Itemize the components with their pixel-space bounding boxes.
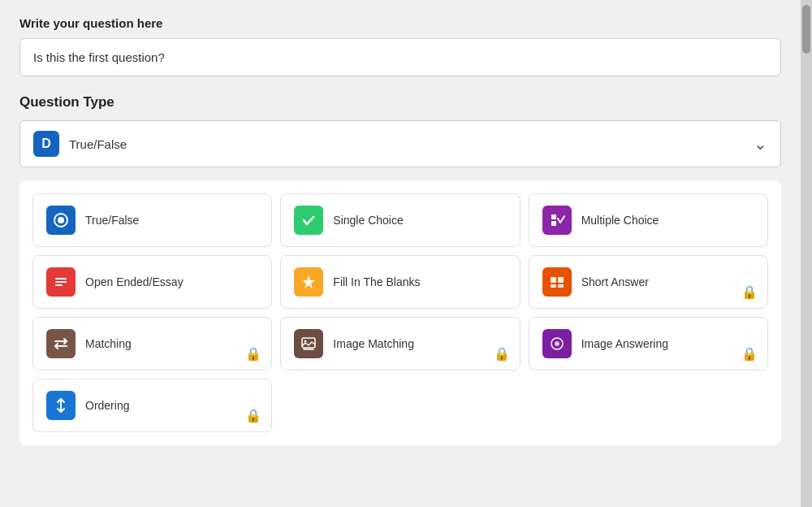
type-card-short-answer[interactable]: Short Answer🔒 <box>529 255 768 309</box>
svg-point-1 <box>58 217 64 223</box>
type-card-multiple-choice[interactable]: Multiple Choice <box>529 193 768 247</box>
main-content: Write your question here Question Type D… <box>0 0 801 507</box>
svg-rect-8 <box>551 277 556 283</box>
type-grid: True/FalseSingle ChoiceMultiple ChoiceOp… <box>32 193 768 432</box>
svg-rect-11 <box>558 284 564 288</box>
svg-point-19 <box>304 340 307 343</box>
selected-type-icon: D <box>33 131 59 157</box>
svg-marker-7 <box>302 275 315 288</box>
short-answer-icon <box>542 267 572 297</box>
ordering-lock-icon: 🔒 <box>245 408 261 423</box>
single-choice-icon <box>294 206 323 235</box>
svg-rect-10 <box>551 284 556 288</box>
type-selector-left: D True/False <box>33 131 127 157</box>
type-card-true-false[interactable]: True/False <box>32 193 272 247</box>
fill-blanks-label: Fill In The Blanks <box>333 275 420 288</box>
multiple-choice-label: Multiple Choice <box>581 214 659 227</box>
type-card-matching[interactable]: Matching🔒 <box>32 317 272 370</box>
multiple-choice-icon <box>542 206 572 235</box>
type-card-ordering[interactable]: Ordering🔒 <box>32 379 272 432</box>
svg-rect-3 <box>551 221 556 226</box>
matching-icon <box>46 329 76 358</box>
svg-rect-2 <box>551 214 556 219</box>
svg-rect-4 <box>55 278 67 280</box>
image-answering-lock-icon: 🔒 <box>741 346 758 362</box>
open-ended-label: Open Ended/Essay <box>85 275 184 288</box>
svg-point-23 <box>556 343 558 344</box>
image-matching-label: Image Matching <box>333 337 414 350</box>
image-matching-icon <box>294 329 323 358</box>
fill-blanks-icon <box>294 267 323 297</box>
scrollbar[interactable] <box>801 0 812 507</box>
question-type-label: Question Type <box>19 94 781 110</box>
image-matching-lock-icon: 🔒 <box>494 346 510 362</box>
matching-lock-icon: 🔒 <box>245 346 261 362</box>
true-false-label: True/False <box>85 214 139 227</box>
image-answering-icon <box>542 329 572 358</box>
dropdown-chevron-icon: ⌄ <box>754 134 767 154</box>
type-card-fill-blanks[interactable]: Fill In The Blanks <box>280 255 520 309</box>
type-selector-dropdown[interactable]: D True/False ⌄ <box>19 120 781 167</box>
ordering-icon <box>46 391 76 420</box>
selected-type-text: True/False <box>69 137 127 151</box>
svg-rect-5 <box>55 281 67 283</box>
matching-label: Matching <box>85 337 132 350</box>
question-label: Write your question here <box>19 16 781 30</box>
true-false-icon <box>46 206 76 235</box>
open-ended-icon <box>46 267 76 297</box>
image-answering-label: Image Answering <box>581 337 668 350</box>
type-grid-container: True/FalseSingle ChoiceMultiple ChoiceOp… <box>19 180 781 445</box>
question-input[interactable] <box>19 38 781 76</box>
short-answer-lock-icon: 🔒 <box>741 284 758 300</box>
type-card-single-choice[interactable]: Single Choice <box>280 193 520 247</box>
type-card-image-matching[interactable]: Image Matching🔒 <box>280 317 520 370</box>
ordering-label: Ordering <box>85 399 129 412</box>
scrollbar-thumb[interactable] <box>802 5 810 54</box>
svg-rect-6 <box>55 284 63 286</box>
short-answer-label: Short Answer <box>581 275 649 288</box>
type-card-image-answering[interactable]: Image Answering🔒 <box>529 317 768 370</box>
type-card-open-ended[interactable]: Open Ended/Essay <box>32 255 272 309</box>
svg-rect-9 <box>558 277 564 283</box>
single-choice-label: Single Choice <box>333 214 403 227</box>
